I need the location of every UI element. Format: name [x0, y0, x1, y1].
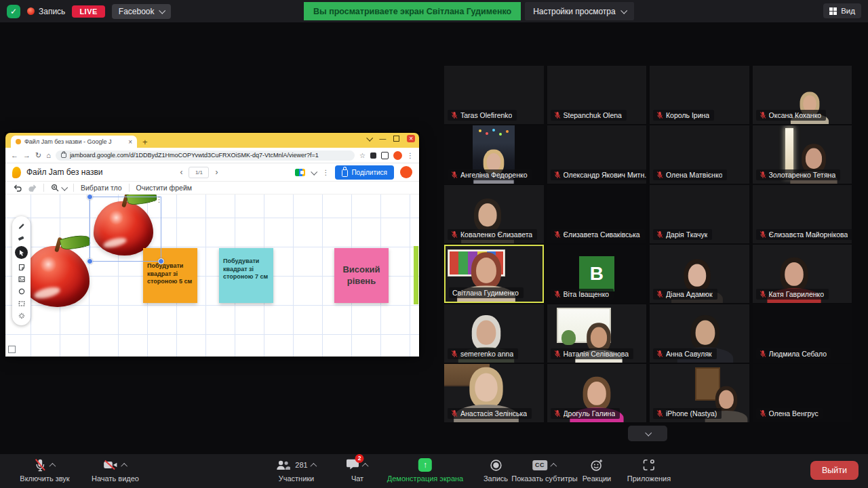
frame-indicator[interactable]: 1/1 — [189, 167, 209, 178]
participant-tile[interactable]: Людмила Себало — [753, 304, 852, 363]
participant-tile[interactable]: B Віта Іващенко — [547, 245, 647, 303]
muted-mic-icon — [760, 290, 766, 298]
image-tool-icon[interactable] — [18, 275, 26, 283]
video-options-caret[interactable] — [121, 462, 127, 469]
jam-file-title[interactable]: Файл Jam без назви — [26, 167, 103, 177]
record-button[interactable]: Запись — [484, 458, 508, 483]
sidebar-icon[interactable] — [381, 152, 389, 159]
participant-label: Діана Адамюк — [653, 289, 717, 300]
participant-tile[interactable]: iPhone (Nastya) — [650, 364, 749, 422]
participants-options-caret[interactable] — [311, 462, 317, 469]
jamboard-canvas[interactable]: ⋮ Побудувати квадрат зі стороною 5 см По… — [5, 195, 419, 357]
sticky-note-tool-icon[interactable] — [18, 263, 26, 271]
participant-tile[interactable]: Анастасія Зелінська — [444, 364, 544, 422]
text-box-tool-icon[interactable] — [18, 300, 26, 308]
browser-tab[interactable]: Файл Jam без назви - Google J × — [11, 136, 137, 148]
rotate-handle[interactable] — [87, 195, 93, 200]
participant-tile[interactable]: Наталія Селіванова — [547, 304, 647, 363]
participant-tile[interactable]: Ангеліна Федоренко — [444, 125, 544, 184]
chat-options-caret[interactable] — [362, 462, 369, 469]
facebook-stream-button[interactable]: Facebook — [112, 4, 171, 19]
apple-image[interactable] — [23, 246, 90, 307]
url-field[interactable]: jamboard.google.com/d/1DDBydZ1HmoCOPYvwt… — [56, 150, 355, 161]
participant-tile[interactable]: Олена Венгрус — [753, 364, 852, 422]
pen-tool-icon[interactable] — [18, 222, 26, 230]
shape-tool-icon[interactable] — [18, 287, 26, 296]
captions-options-caret[interactable] — [550, 462, 557, 469]
participant-tile[interactable]: Катя Гавриленко — [753, 245, 852, 303]
window-maximize-button[interactable] — [393, 136, 399, 142]
window-menu-icon[interactable] — [366, 135, 373, 142]
captions-button[interactable]: CC Показать субтитры — [511, 458, 578, 483]
participant-label: iPhone (Nastya) — [653, 408, 722, 419]
select-tool-icon[interactable] — [15, 246, 28, 259]
previous-frame-icon[interactable]: ‹ — [180, 167, 182, 177]
bookmark-star-icon[interactable]: ☆ — [359, 152, 366, 159]
object-menu-icon[interactable]: ⋮ — [155, 196, 163, 203]
muted-mic-icon — [451, 230, 458, 239]
zoom-tool-icon[interactable] — [51, 184, 66, 192]
apps-button[interactable]: Приложения — [627, 458, 671, 483]
laser-tool-icon[interactable] — [18, 312, 26, 320]
browser-menu-icon[interactable]: ⋮ — [407, 152, 414, 159]
sticky-note-cyan[interactable]: Побудувати квадрат зі стороною 7 см — [219, 248, 273, 303]
participants-button[interactable]: 281 Участники — [275, 458, 317, 483]
back-icon[interactable]: ← — [11, 152, 18, 159]
participant-tile[interactable]: Олександр Яко... Олександр Якович Митн..… — [547, 125, 647, 184]
browser-profile-avatar[interactable] — [393, 151, 402, 160]
home-icon[interactable]: ⌂ — [46, 152, 51, 159]
participant-tile[interactable]: Король Ірина Король Ірина — [650, 66, 749, 124]
muted-mic-icon — [760, 409, 766, 418]
collapse-gallery-button[interactable] — [628, 426, 667, 441]
view-settings-dropdown[interactable]: Настройки просмотра — [525, 2, 634, 20]
selection-box[interactable]: ⋮ — [90, 197, 161, 262]
participant-tile[interactable]: Єлизавєта Май... Єлизавєта Майорнікова — [753, 185, 852, 243]
participant-tile[interactable]: Оксана Коханко — [753, 66, 852, 124]
sticky-note-pink[interactable]: Високий рівень — [334, 248, 389, 303]
extension-icon[interactable] — [370, 152, 376, 159]
participant-tile[interactable]: Анна Савуляк — [650, 304, 749, 363]
google-meet-icon[interactable] — [295, 169, 305, 176]
participant-tile[interactable]: Світлана Гудименко — [444, 245, 544, 303]
expand-icon[interactable] — [8, 346, 16, 353]
mic-options-caret[interactable] — [49, 462, 56, 469]
participant-tile[interactable]: Дарія Ткачук Дарія Ткачук — [650, 185, 749, 243]
chat-button[interactable]: 2 Чат — [347, 458, 369, 483]
participant-tile[interactable]: Коваленко Єлизавета — [444, 185, 544, 243]
tab-close-icon[interactable]: × — [128, 138, 132, 146]
clear-frame-button[interactable]: Очистити фрейм — [136, 184, 192, 192]
redo-icon[interactable] — [28, 184, 37, 192]
leave-meeting-button[interactable]: Выйти — [810, 461, 859, 480]
set-background-button[interactable]: Вибрати тло — [81, 184, 122, 192]
participant-tile[interactable]: Taras Olefirenko Taras Olefirenko — [444, 66, 544, 124]
muted-mic-icon — [760, 230, 766, 239]
start-video-button[interactable]: Начать видео — [92, 458, 139, 483]
reload-icon[interactable]: ↻ — [35, 152, 41, 159]
eraser-tool-icon[interactable] — [18, 234, 26, 242]
unmute-button[interactable]: Включить звук — [20, 458, 69, 483]
undo-icon[interactable] — [14, 184, 22, 192]
participant-tile[interactable]: Єлизавета Сиваківська — [547, 185, 647, 243]
forward-icon[interactable]: → — [23, 152, 31, 159]
account-avatar[interactable] — [400, 166, 412, 178]
participant-tile[interactable]: Діана Адамюк — [650, 245, 749, 303]
participant-tile[interactable]: semerenko anna — [444, 304, 544, 363]
new-tab-button[interactable]: + — [142, 137, 148, 147]
next-frame-icon[interactable]: › — [215, 167, 218, 177]
share-screen-button[interactable]: ↑ Демонстрация экрана — [387, 458, 463, 483]
jamboard-menu-icon[interactable]: ⋮ — [322, 169, 329, 176]
resize-handle[interactable] — [158, 258, 164, 264]
share-button[interactable]: Поділитися — [335, 165, 394, 180]
zoom-meeting-window: ✓ Запись LIVE Facebook Вы просматриваете… — [0, 0, 868, 488]
green-strip[interactable] — [414, 246, 418, 304]
participant-tile[interactable]: Stepanchuk Olena Stepanchuk Olena — [547, 66, 647, 124]
security-shield-icon[interactable]: ✓ — [7, 5, 20, 18]
resize-handle[interactable] — [87, 258, 93, 264]
participant-tile[interactable]: Золотаренко Тетяна — [753, 125, 852, 184]
participant-tile[interactable]: Олена Матвієнко Олена Матвієнко — [650, 125, 749, 184]
reactions-button[interactable]: Реакции — [583, 458, 612, 483]
participant-tile[interactable]: Дрогуль Галина — [547, 364, 647, 422]
window-close-button[interactable]: × — [407, 135, 415, 142]
view-layout-button[interactable]: Вид — [823, 3, 861, 18]
window-minimize-button[interactable]: — — [379, 136, 386, 142]
